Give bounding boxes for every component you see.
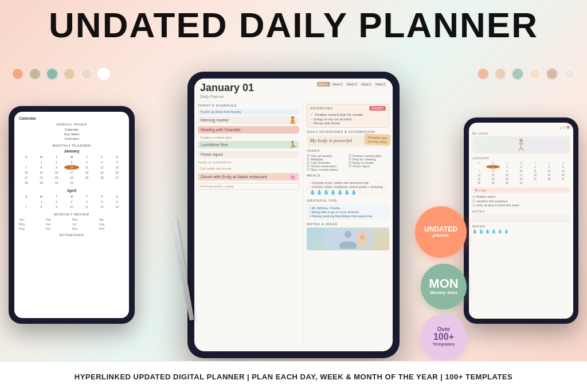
- priorities-header-row: Priorities URGENT: [310, 106, 386, 111]
- task-circle-5: [307, 168, 310, 171]
- week-tab-5[interactable]: Week 5: [374, 82, 387, 87]
- planner-date-text: January 01: [200, 82, 254, 94]
- week-tab-1[interactable]: Week 1: [317, 82, 330, 87]
- task-circle-r4: [349, 164, 351, 167]
- dot-6: [97, 68, 110, 80]
- affirmation-section: My body is powerful Everyday I get one s…: [307, 135, 389, 147]
- priority-2-text: Going on my run at lunch: [314, 117, 352, 121]
- schedule-content-plan: Finalise content plan: [198, 136, 299, 139]
- tablet-right-screen: ⊞ ☰ 📅 My Goal: [469, 123, 573, 319]
- grateful-3: • Having amazing friendships that inspir…: [310, 214, 386, 218]
- right-cal-month: January: [472, 156, 570, 160]
- schedule-morning: Morning routine 🧘: [198, 116, 299, 124]
- dot-r3: [511, 68, 524, 80]
- water-r3: 💧: [485, 229, 490, 234]
- badge-undated-line1: UNDATED: [424, 226, 457, 233]
- right-task-circle-3: [472, 204, 475, 207]
- calendar-label: Calendar: [19, 116, 124, 120]
- nav-calendar[interactable]: Calendar: [65, 128, 79, 131]
- notes-photo-svg: [325, 229, 371, 249]
- right-task-circle-2: [472, 199, 475, 202]
- nav-overview[interactable]: Overview: [64, 137, 79, 140]
- right-mini-calendar: SMTWTFS 123456 78910111213 1415161718192…: [472, 161, 570, 185]
- tablet-center: January 01 Daily Planner Week 1 Week 2 W…: [187, 72, 400, 358]
- mini-cal-grid-jan: SMTWTFS 123456 78910111213 1415161718192…: [19, 155, 124, 185]
- notes-line-4: [472, 219, 570, 220]
- notes-photo: [307, 228, 389, 250]
- bullet-3: –: [310, 121, 312, 125]
- task-circle-r3: [349, 161, 351, 164]
- badge-templates-label: Templates: [433, 342, 455, 347]
- tasks-right-col: Finalise content plan Prep for meeting R…: [349, 154, 389, 171]
- bullet-2: –: [310, 117, 312, 121]
- dot-r5: [546, 68, 558, 80]
- planner-right-col: Priorities URGENT ✓ Finalise content pla…: [303, 101, 393, 348]
- badge-mon: MON Weekly Start: [421, 264, 467, 309]
- svg-line-9: [521, 147, 523, 151]
- schedule-get-ready: Get ready and travel: [198, 166, 299, 171]
- notes-line-3: [472, 218, 570, 218]
- planner-left-col: Today's Schedule To pick up dress from l…: [194, 101, 303, 348]
- icon-2: ☰: [563, 126, 565, 130]
- water-r5: 💧: [498, 229, 503, 234]
- affirmation-label: Daily Intentions & Affirmation: [307, 130, 389, 134]
- meals-label: Meals: [307, 174, 389, 177]
- badge-templates: Over 100+ Templates: [421, 314, 467, 360]
- right-task-3: body at least 5 times this week: [472, 203, 570, 207]
- task-5-text: New running shoes: [311, 168, 338, 171]
- water-r2: 💧: [479, 229, 484, 234]
- mini-cal-april: April SMTWTFS 123456 78910111213: [19, 189, 124, 209]
- week-tab-3[interactable]: Week 3: [345, 82, 358, 87]
- week-tab-2[interactable]: Week 2: [331, 82, 345, 87]
- task-circle-2: [307, 158, 310, 160]
- tablet-left-screen: Calendar ANNUAL PAGES Calendar Key dates…: [14, 112, 129, 318]
- mini-cal-month-jan: January: [19, 149, 124, 153]
- right-water-label: water: [472, 225, 570, 228]
- right-goal-section: My Goal: [472, 132, 570, 154]
- morning-avatar: 🧘: [288, 116, 297, 124]
- nav-key-dates[interactable]: Key dates: [64, 132, 80, 136]
- notebooks-label: NOTEBOOKS: [19, 233, 124, 237]
- meals-section: •Avocado toast, coffee with skimmed milk…: [307, 179, 389, 197]
- svg-point-4: [360, 235, 365, 240]
- right-calendar-section: January SMTWTFS 123456 78910111213 14151…: [472, 156, 570, 185]
- icon-3: 📅: [566, 126, 570, 130]
- week-tab-4[interactable]: Week 4: [359, 82, 373, 87]
- right-task-2: vacation this weekend: [472, 199, 570, 203]
- grateful-2: • Being able to go on a run at lunch: [310, 210, 386, 214]
- schedule-morning-text: Morning routine: [201, 118, 229, 122]
- water-r1: 💧: [472, 229, 478, 234]
- water-drop-2: 💧: [316, 190, 322, 195]
- grateful-label: Grateful for: [307, 199, 389, 202]
- svg-point-1: [345, 231, 351, 238]
- schedule-evening: Evening routine + sleep: [198, 183, 299, 190]
- dot-r6: [563, 68, 576, 80]
- priority-1: ✓ Finalise content plan for socials: [310, 112, 386, 117]
- sticky-note: Everyday I get one step closer: [365, 134, 391, 146]
- urgent-badge: URGENT: [369, 106, 386, 111]
- dot-r4: [529, 68, 541, 80]
- dot-3: [46, 68, 58, 80]
- right-tasks-section: Te < Uo finalise report vacation this we…: [472, 187, 570, 207]
- schedule-meeting: Meeting with Charlotte: [198, 126, 299, 134]
- grateful-section: • My birthday, Charlie... • Being able t…: [307, 204, 389, 220]
- annual-nav-links: Calendar Key dates Overview: [19, 128, 124, 140]
- right-task-2-text: vacation this weekend: [476, 199, 507, 203]
- tasks-left-col: Pick up laundry Meditate Call Charlotte …: [307, 154, 347, 171]
- color-dots-right: [477, 68, 576, 80]
- run-avatar: 🏃: [288, 141, 297, 149]
- badge-templates-count: 100+: [433, 332, 454, 342]
- meal-1-text: Avocado toast, coffee with skimmed milk: [312, 181, 369, 185]
- planner-header: January 01 Daily Planner Week 1 Week 2 W…: [194, 79, 393, 101]
- right-notes-label: Notes: [472, 210, 570, 213]
- tasks-label: Tasks: [307, 149, 389, 152]
- badge-undated: UNDATED planner: [415, 206, 467, 258]
- priorities-label: Priorities: [310, 107, 332, 110]
- priority-2: – Going on my run at lunch: [310, 117, 386, 121]
- priority-3-text: Dinner with Emily: [314, 121, 340, 125]
- svg-point-5: [519, 139, 523, 142]
- bottom-bar: HYPERLINKED UPDATED DIGITAL PLANNER | PL…: [0, 361, 587, 392]
- notes-line-2: [472, 216, 570, 217]
- task-circle-r2: [349, 158, 351, 160]
- dot-r1: [477, 68, 490, 80]
